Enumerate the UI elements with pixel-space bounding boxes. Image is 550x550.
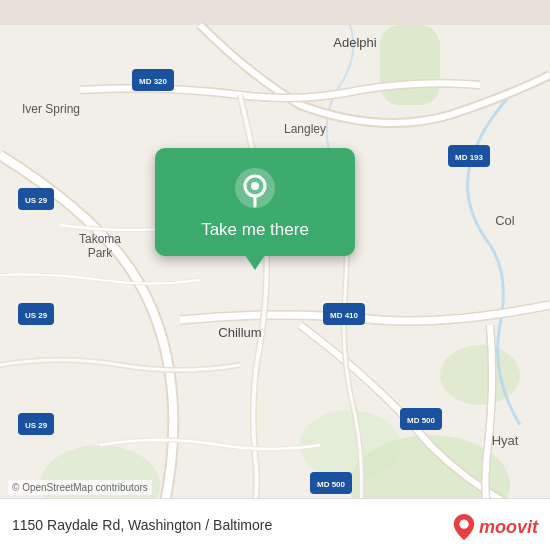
- svg-text:Adelphi: Adelphi: [333, 35, 376, 50]
- moovit-logo-text: moovit: [479, 517, 538, 538]
- svg-point-2: [440, 345, 520, 405]
- svg-text:US 29: US 29: [25, 311, 48, 320]
- bottom-bar: 1150 Raydale Rd, Washington / Baltimore …: [0, 498, 550, 550]
- svg-text:US 29: US 29: [25, 421, 48, 430]
- address-label: 1150 Raydale Rd, Washington / Baltimore: [12, 517, 272, 533]
- svg-text:Iver Spring: Iver Spring: [22, 102, 80, 116]
- svg-rect-5: [380, 25, 440, 105]
- svg-text:MD 410: MD 410: [330, 311, 359, 320]
- moovit-logo-icon: [453, 514, 475, 540]
- svg-point-32: [251, 182, 259, 190]
- svg-text:MD 500: MD 500: [407, 416, 436, 425]
- svg-text:MD 500: MD 500: [317, 480, 346, 489]
- take-me-there-button[interactable]: Take me there: [201, 220, 309, 240]
- svg-text:MD 320: MD 320: [139, 77, 168, 86]
- map-attribution: © OpenStreetMap contributors: [8, 480, 152, 495]
- svg-point-34: [459, 520, 468, 529]
- svg-text:US 29: US 29: [25, 196, 48, 205]
- svg-text:MD 193: MD 193: [455, 153, 484, 162]
- map-container: US 29 US 29 US 29 MD 320 MD 410 MD 500 M…: [0, 0, 550, 550]
- svg-text:Langley: Langley: [284, 122, 326, 136]
- svg-text:Takoma: Takoma: [79, 232, 121, 246]
- svg-text:Park: Park: [88, 246, 114, 260]
- map-background: US 29 US 29 US 29 MD 320 MD 410 MD 500 M…: [0, 0, 550, 550]
- popup-card[interactable]: Take me there: [155, 148, 355, 256]
- svg-text:Chillum: Chillum: [218, 325, 261, 340]
- moovit-branding: moovit: [453, 514, 538, 540]
- svg-text:Hyat: Hyat: [492, 433, 519, 448]
- location-pin-icon: [233, 166, 277, 210]
- svg-text:Col: Col: [495, 213, 515, 228]
